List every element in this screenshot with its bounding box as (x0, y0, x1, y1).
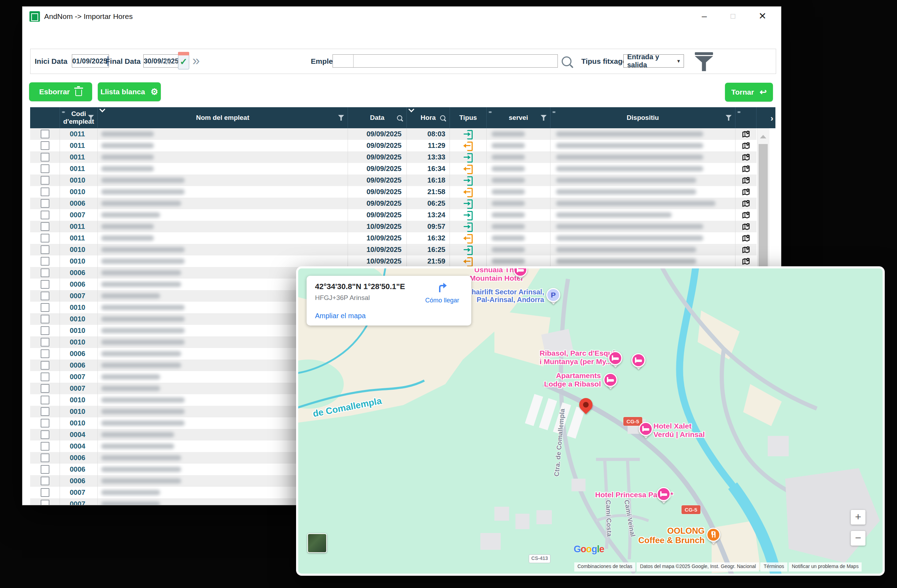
google-logo[interactable]: Google (574, 544, 604, 555)
device-map-icon[interactable] (742, 211, 750, 219)
poi-oolong-label[interactable]: OOLONGCoffee & Brunch (614, 526, 705, 545)
tipus-fitxage-select[interactable]: Entrada y salida ▼ (623, 54, 684, 67)
row-checkbox[interactable] (41, 234, 49, 242)
poi-apartaments-label[interactable]: ApartamentsLodge a Ribasol (531, 371, 601, 388)
zoom-out-button[interactable]: − (851, 531, 865, 546)
report-problem-link[interactable]: Notificar un problema de Maps (789, 562, 862, 571)
row-checkbox[interactable] (41, 222, 49, 231)
row-checkbox[interactable] (41, 396, 49, 404)
device-map-icon[interactable] (742, 130, 750, 138)
row-checkbox[interactable] (41, 187, 49, 196)
calendar-check-button[interactable]: ✓ (178, 52, 189, 69)
poi-xalet-label[interactable]: Hotel XaletVerdú | Arinsal (654, 422, 705, 438)
row-checkbox[interactable] (41, 291, 49, 300)
next-period-icon[interactable]: » (192, 49, 200, 74)
row-checkbox[interactable] (41, 453, 49, 462)
expand-map-link[interactable]: Ampliar el mapa (315, 312, 366, 320)
row-checkbox[interactable] (41, 268, 49, 277)
parking-pin-icon[interactable]: P (546, 288, 560, 306)
header-dispositiu[interactable]: Dispositiu (551, 107, 735, 128)
google-map[interactable]: 42°34'30.8"N 1°28'50.1"E HFGJ+36P Arinsa… (298, 268, 883, 574)
row-checkbox[interactable] (41, 442, 49, 451)
hotel-pin-icon[interactable] (513, 268, 527, 280)
device-map-icon[interactable] (742, 222, 750, 231)
sort-carets-icon[interactable] (62, 109, 65, 115)
filter-funnel-icon[interactable] (695, 52, 713, 71)
row-checkbox[interactable] (41, 361, 49, 370)
row-checkbox[interactable] (41, 488, 49, 497)
device-map-icon[interactable] (742, 199, 750, 208)
row-checkbox[interactable] (41, 176, 49, 185)
column-search-icon[interactable] (397, 115, 402, 121)
row-checkbox[interactable] (41, 372, 49, 381)
hotel-pin-icon[interactable] (608, 351, 622, 369)
row-checkbox[interactable] (41, 500, 49, 505)
header-servei[interactable]: servei (487, 107, 551, 128)
zoom-in-button[interactable]: + (851, 510, 865, 525)
row-checkbox[interactable] (41, 257, 49, 266)
row-checkbox[interactable] (41, 164, 49, 173)
column-search-icon[interactable] (440, 115, 445, 121)
satellite-layer-thumbnail[interactable] (307, 533, 327, 553)
sort-carets-icon[interactable] (552, 109, 556, 115)
inici-data-input[interactable]: 01/09/2025 (72, 54, 109, 67)
row-checkbox[interactable] (41, 280, 49, 289)
llista-blanca-button[interactable]: Llista blanca ⚙ (98, 82, 161, 101)
minimize-button[interactable]: – (696, 7, 712, 26)
esborrar-button[interactable]: Esborrar (29, 82, 92, 101)
device-map-icon[interactable] (742, 176, 750, 185)
row-checkbox[interactable] (41, 211, 49, 219)
scroll-up-icon[interactable] (760, 132, 766, 138)
row-checkbox[interactable] (41, 326, 49, 335)
terms-link[interactable]: Términos (760, 562, 787, 571)
row-checkbox[interactable] (41, 338, 49, 346)
column-filter-icon[interactable] (541, 115, 546, 121)
row-checkbox[interactable] (41, 315, 49, 323)
row-checkbox[interactable] (41, 303, 49, 312)
scroll-right-icon[interactable]: › (770, 113, 773, 123)
hotel-pin-icon[interactable] (639, 422, 653, 439)
device-map-icon[interactable] (742, 153, 750, 162)
tornar-button[interactable]: Tornar ↩ (725, 83, 773, 102)
hotel-pin-icon[interactable] (657, 487, 670, 505)
device-map-icon[interactable] (742, 165, 750, 173)
final-data-input[interactable]: 30/09/2025 (143, 54, 181, 67)
sort-carets-icon[interactable] (737, 109, 741, 115)
poi-ribasol-label[interactable]: Ribasol, Parc d'Esquíi Muntanya (per My.… (540, 349, 615, 366)
column-filter-icon[interactable] (338, 115, 344, 121)
sort-chevron-down-icon[interactable] (100, 107, 104, 112)
row-checkbox[interactable] (41, 419, 49, 427)
maximize-button[interactable]: □ (725, 7, 741, 26)
column-filter-icon[interactable] (726, 115, 732, 121)
header-data[interactable]: Data (348, 107, 407, 128)
row-checkbox[interactable] (41, 430, 49, 439)
row-checkbox[interactable] (41, 130, 49, 138)
row-checkbox[interactable] (41, 199, 49, 208)
row-checkbox[interactable] (41, 153, 49, 162)
row-checkbox[interactable] (41, 407, 49, 416)
keyboard-shortcuts-link[interactable]: Combinaciones de teclas (574, 562, 635, 571)
row-checkbox[interactable] (41, 476, 49, 485)
device-map-icon[interactable] (742, 234, 750, 242)
row-checkbox[interactable] (41, 141, 49, 150)
search-icon[interactable] (562, 57, 571, 66)
header-tipus[interactable]: Tipus (450, 107, 487, 128)
hotel-pin-icon[interactable] (631, 353, 645, 371)
header-codi[interactable]: Codid'empleat (60, 107, 98, 128)
device-map-icon[interactable] (742, 257, 750, 266)
previous-period-icon[interactable]: « (164, 49, 171, 74)
restaurant-pin-icon[interactable] (706, 528, 720, 545)
row-checkbox[interactable] (41, 245, 49, 254)
sort-chevron-down-icon[interactable] (409, 107, 413, 112)
device-map-icon[interactable] (742, 246, 750, 254)
device-map-icon[interactable] (742, 188, 750, 196)
header-hora[interactable]: Hora (407, 107, 450, 128)
row-checkbox[interactable] (41, 465, 49, 474)
sort-carets-icon[interactable] (488, 109, 492, 115)
row-checkbox[interactable] (41, 384, 49, 393)
device-map-icon[interactable] (742, 142, 750, 150)
hotel-pin-icon[interactable] (603, 373, 617, 390)
directions-button[interactable]: Cómo llegar (419, 282, 465, 304)
empleat-search-input[interactable] (332, 54, 558, 67)
header-nom[interactable]: Nom del empleat (98, 107, 348, 128)
